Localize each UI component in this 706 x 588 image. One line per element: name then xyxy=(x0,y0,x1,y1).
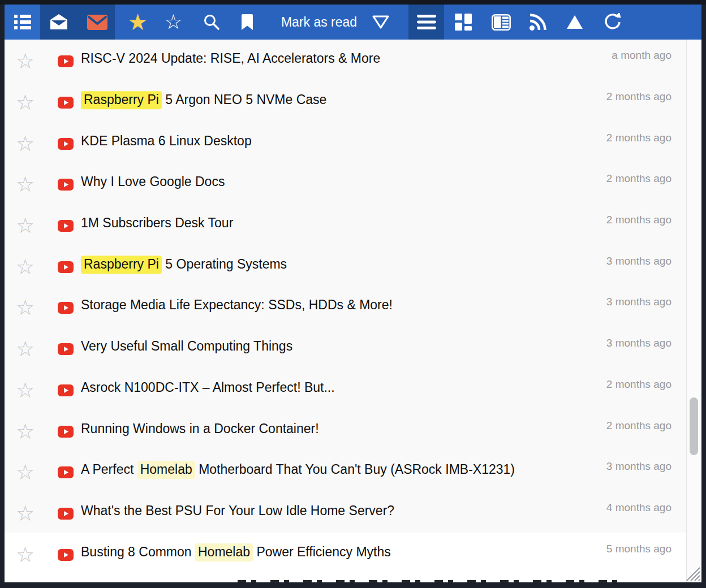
open-envelope-icon xyxy=(49,14,69,31)
triangle-up-icon xyxy=(566,15,584,29)
item-timestamp: 3 months ago xyxy=(606,460,671,473)
toolbar: ★ ☆ Mark as read xyxy=(5,5,701,40)
star-icon[interactable]: ☆ xyxy=(16,257,35,278)
youtube-icon xyxy=(57,464,74,481)
item-timestamp: 3 months ago xyxy=(606,337,671,349)
list-item[interactable]: ☆ Running Windows in a Docker Container!… xyxy=(5,409,686,451)
starred-items-button[interactable]: ★ xyxy=(120,5,156,40)
item-title[interactable]: Running Windows in a Docker Container! xyxy=(81,421,319,436)
star-outline-icon: ☆ xyxy=(164,5,182,40)
resize-grip-icon[interactable] xyxy=(685,565,700,581)
envelope-icon xyxy=(87,15,107,30)
star-icon[interactable]: ☆ xyxy=(16,503,35,524)
item-timestamp: 4 months ago xyxy=(606,501,671,514)
youtube-icon xyxy=(57,300,74,317)
unread-envelope-button[interactable] xyxy=(79,5,115,40)
youtube-icon xyxy=(57,546,74,563)
list-view-button[interactable] xyxy=(5,5,40,40)
reader-icon xyxy=(492,14,511,31)
list-icon xyxy=(14,15,31,29)
item-title[interactable]: Very Useful Small Computing Things xyxy=(81,339,292,354)
item-timestamp: 2 months ago xyxy=(606,131,671,144)
list-item[interactable]: ☆ 1M Subscribers Desk Tour 2 months ago xyxy=(5,204,686,245)
scrollbar-thumb[interactable] xyxy=(690,397,698,455)
list-item[interactable]: ☆ Raspberry Pi 5 Argon NEO 5 NVMe Case 2… xyxy=(5,81,686,122)
open-envelope-button[interactable] xyxy=(41,5,76,40)
window-top-border xyxy=(0,0,706,5)
youtube-icon xyxy=(57,53,74,70)
item-title[interactable]: 1M Subscribers Desk Tour xyxy=(81,215,233,231)
youtube-icon xyxy=(57,505,74,522)
item-timestamp: 2 months ago xyxy=(606,419,671,431)
item-title[interactable]: RISC-V 2024 Update: RISE, AI Accelerator… xyxy=(81,51,380,67)
item-title[interactable]: Asrock N100DC-ITX – Almost Perfect! But.… xyxy=(81,380,335,395)
item-timestamp: 2 months ago xyxy=(606,172,671,185)
scrollbar-track[interactable] xyxy=(686,40,701,582)
star-icon[interactable]: ☆ xyxy=(16,51,35,72)
list-item[interactable]: ☆ Raspberry Pi 5 Operating Systems 3 mon… xyxy=(5,245,686,286)
star-outline-button[interactable]: ☆ xyxy=(156,5,191,40)
star-icon[interactable]: ☆ xyxy=(16,339,35,360)
youtube-icon xyxy=(57,382,74,399)
list-item[interactable]: ☆ Why I Love Google Docs 2 months ago xyxy=(5,163,686,204)
hamburger-menu-icon xyxy=(417,15,436,29)
item-timestamp: 5 months ago xyxy=(606,542,671,555)
item-title[interactable]: Raspberry Pi 5 Operating Systems xyxy=(81,257,287,272)
item-timestamp: 3 months ago xyxy=(606,254,671,267)
bookmark-button[interactable] xyxy=(229,5,265,40)
rss-icon xyxy=(529,14,546,31)
clipped-next-row xyxy=(238,580,628,582)
layout-grid-button[interactable] xyxy=(445,5,481,40)
mark-as-read-label: Mark as read xyxy=(281,15,357,30)
list-item[interactable]: ☆ Busting 8 Common Homelab Power Efficie… xyxy=(5,533,686,574)
star-icon[interactable]: ☆ xyxy=(16,297,35,318)
item-title[interactable]: Busting 8 Common Homelab Power Efficienc… xyxy=(81,544,391,560)
youtube-icon xyxy=(57,217,74,234)
refresh-button[interactable] xyxy=(595,5,630,40)
item-title[interactable]: What's the Best PSU For Your Low Idle Ho… xyxy=(81,503,394,518)
mark-as-read-button[interactable]: Mark as read xyxy=(262,5,409,40)
star-icon[interactable]: ☆ xyxy=(16,133,35,154)
menu-button[interactable] xyxy=(408,5,444,40)
list-item[interactable]: ☆ Very Useful Small Computing Things 3 m… xyxy=(5,327,686,369)
item-title[interactable]: KDE Plasma 6 Linux Desktop xyxy=(81,133,252,149)
list-item[interactable]: ☆ Storage Media Life Expectancy: SSDs, H… xyxy=(5,286,686,327)
layout-grid-icon xyxy=(455,14,472,31)
item-title[interactable]: Why I Love Google Docs xyxy=(81,175,225,190)
item-title[interactable]: Storage Media Life Expectancy: SSDs, HDD… xyxy=(81,298,393,313)
star-icon[interactable]: ☆ xyxy=(16,174,35,195)
feeds-button[interactable] xyxy=(520,5,556,40)
list-item[interactable]: ☆ A Perfect Homelab Motherboard That You… xyxy=(5,451,686,492)
star-icon[interactable]: ☆ xyxy=(16,421,35,442)
item-title[interactable]: A Perfect Homelab Motherboard That You C… xyxy=(81,462,515,478)
item-title[interactable]: Raspberry Pi 5 Argon NEO 5 NVMe Case xyxy=(81,92,326,107)
list-item[interactable]: ☆ What's the Best PSU For Your Low Idle … xyxy=(5,492,686,533)
refresh-icon xyxy=(604,13,622,31)
feed-list: ☆ RISC-V 2024 Update: RISE, AI Accelerat… xyxy=(5,40,686,574)
youtube-icon xyxy=(57,341,74,358)
article-list-pane: ☆ RISC-V 2024 Update: RISE, AI Accelerat… xyxy=(5,40,701,582)
star-icon[interactable]: ☆ xyxy=(16,92,35,113)
item-timestamp: 3 months ago xyxy=(606,296,671,308)
star-icon[interactable]: ☆ xyxy=(16,462,35,483)
list-item[interactable]: ☆ RISC-V 2024 Update: RISE, AI Accelerat… xyxy=(5,40,686,81)
youtube-icon xyxy=(57,423,74,440)
list-item[interactable]: ☆ KDE Plasma 6 Linux Desktop 2 months ag… xyxy=(5,122,686,163)
reader-view-button[interactable] xyxy=(483,5,519,40)
scroll-top-button[interactable] xyxy=(557,5,592,40)
youtube-icon xyxy=(57,135,74,152)
youtube-icon xyxy=(57,176,74,193)
item-timestamp: 2 months ago xyxy=(606,90,671,103)
star-icon[interactable]: ☆ xyxy=(16,544,35,565)
item-timestamp: 2 months ago xyxy=(606,378,671,390)
youtube-icon xyxy=(57,94,74,111)
item-timestamp: a month ago xyxy=(612,49,671,62)
star-icon[interactable]: ☆ xyxy=(16,380,35,401)
dropdown-triangle-icon xyxy=(372,15,390,29)
item-timestamp: 2 months ago xyxy=(606,214,671,226)
search-button[interactable] xyxy=(193,5,229,40)
search-icon xyxy=(203,14,220,31)
list-item[interactable]: ☆ Asrock N100DC-ITX – Almost Perfect! Bu… xyxy=(5,369,686,410)
star-icon[interactable]: ☆ xyxy=(16,215,35,236)
youtube-icon xyxy=(57,258,74,275)
